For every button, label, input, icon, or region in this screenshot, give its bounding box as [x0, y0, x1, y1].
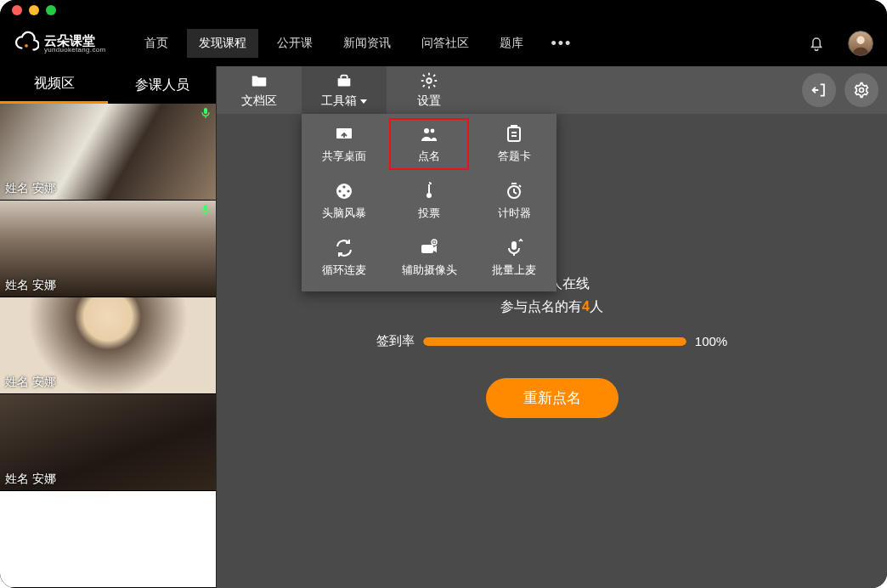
svg-rect-3	[204, 205, 207, 211]
toolbar-label: 设置	[417, 93, 441, 109]
brand-logo[interactable]: 云朵课堂 yunduoketang.com	[14, 31, 105, 56]
mic-on-icon	[199, 106, 212, 120]
video-tile[interactable]: 姓名 安娜	[0, 394, 216, 491]
tab-video-area[interactable]: 视频区	[0, 66, 108, 104]
gear-icon	[420, 71, 438, 90]
card-icon	[504, 124, 524, 144]
video-list: 姓名 安娜 姓名 安娜 姓名 安娜 姓名 安娜	[0, 104, 216, 588]
settings-button[interactable]	[845, 73, 879, 107]
exit-icon	[811, 82, 828, 99]
tool-label: 点名	[418, 149, 440, 164]
tool-label: 辅助摄像头	[402, 263, 457, 278]
checkin-rate-row: 签到率 100%	[376, 333, 727, 349]
chevron-down-icon	[360, 99, 367, 104]
share-screen-icon	[334, 124, 354, 144]
main-panel: 文档区 工具箱 设置	[217, 66, 887, 588]
timer-icon	[504, 181, 524, 201]
nav-home[interactable]: 首页	[133, 29, 180, 58]
video-tile[interactable]: 姓名 安娜	[0, 297, 216, 394]
svg-rect-9	[508, 127, 520, 141]
tool-loop-mic[interactable]: 循环连麦	[302, 229, 387, 286]
left-panel: 视频区 参课人员 姓名 安娜 姓名 安娜 姓名 安娜	[0, 66, 217, 588]
progress-percent: 100%	[695, 334, 727, 348]
svg-point-13	[347, 189, 349, 192]
main-toolbar: 文档区 工具箱 设置	[217, 66, 887, 114]
tool-brainstorm[interactable]: 头脑风暴	[302, 172, 387, 229]
mic-on-icon	[199, 203, 212, 217]
tool-label: 答题卡	[498, 149, 531, 164]
tab-toolbox[interactable]: 工具箱	[302, 66, 387, 114]
rate-label: 签到率	[376, 333, 415, 349]
tool-batch-mic[interactable]: 批量上麦	[472, 229, 556, 286]
cloud-logo-icon	[14, 31, 39, 56]
close-window-button[interactable]	[12, 5, 22, 15]
svg-point-14	[342, 194, 345, 196]
toolbox-dropdown: 共享桌面 点名 答题卡 头脑风暴	[302, 114, 556, 291]
video-name-label: 姓名 安娜	[5, 472, 56, 487]
video-name-label: 姓名 安娜	[5, 181, 56, 196]
video-tile-empty	[0, 491, 216, 588]
tool-rollcall[interactable]: 点名	[387, 116, 472, 172]
top-nav: 云朵课堂 yunduoketang.com 首页 发现课程 公开课 新闻资讯 问…	[0, 20, 887, 66]
camera-plus-icon	[419, 238, 439, 258]
gear-icon	[853, 82, 870, 99]
brand-domain: yunduoketang.com	[44, 47, 105, 54]
exit-button[interactable]	[802, 73, 836, 107]
video-tile[interactable]: 姓名 安娜	[0, 201, 216, 297]
main-body: 视频区 参课人员 姓名 安娜 姓名 安娜 姓名 安娜	[0, 66, 887, 588]
svg-point-4	[427, 78, 432, 83]
brand-name: 云朵课堂	[44, 34, 105, 47]
tool-vote[interactable]: 投票	[387, 172, 472, 229]
tool-aux-camera[interactable]: 辅助摄像头	[387, 229, 472, 286]
tool-label: 共享桌面	[322, 149, 366, 164]
progress-fill	[423, 337, 686, 346]
svg-point-11	[342, 185, 345, 188]
tool-label: 批量上麦	[492, 263, 536, 278]
notifications-icon[interactable]	[807, 34, 826, 53]
video-tile[interactable]: 姓名 安娜	[0, 104, 216, 201]
film-reel-icon	[334, 181, 354, 201]
toolbar-label: 工具箱	[321, 93, 367, 109]
tool-share-desktop[interactable]: 共享桌面	[302, 116, 387, 172]
toolbox-icon	[335, 71, 353, 90]
tab-doc-area[interactable]: 文档区	[217, 66, 302, 114]
left-tabs: 视频区 参课人员	[0, 66, 216, 104]
svg-point-8	[431, 129, 435, 133]
folder-icon	[250, 71, 268, 90]
video-name-label: 姓名 安娜	[5, 278, 56, 293]
svg-point-7	[424, 128, 429, 133]
redo-rollcall-button[interactable]: 重新点名	[486, 378, 619, 418]
svg-point-1	[856, 37, 864, 44]
svg-rect-17	[421, 245, 433, 253]
people-icon	[419, 124, 439, 144]
progress-bar	[423, 337, 686, 346]
toolbar-label: 文档区	[241, 93, 277, 109]
tool-label: 循环连麦	[322, 263, 366, 278]
nav-news[interactable]: 新闻资讯	[331, 29, 403, 58]
nav-qa-community[interactable]: 问答社区	[410, 29, 481, 58]
video-name-label: 姓名 安娜	[5, 375, 56, 390]
user-avatar[interactable]	[848, 31, 873, 56]
svg-point-5	[860, 88, 864, 93]
svg-point-15	[427, 193, 432, 198]
tab-settings[interactable]: 设置	[387, 66, 472, 114]
nav-discover-courses[interactable]: 发现课程	[187, 29, 258, 58]
svg-rect-19	[511, 241, 517, 250]
nav-open-courses[interactable]: 公开课	[265, 29, 325, 58]
tool-label: 投票	[418, 206, 440, 221]
svg-point-12	[338, 189, 341, 192]
checkin-count-line: 参与点名的有4人	[500, 298, 603, 316]
nav-question-bank[interactable]: 题库	[488, 29, 535, 58]
nav-more-button[interactable]: •••	[542, 35, 580, 53]
window-titlebar	[0, 0, 887, 20]
tool-answer-card[interactable]: 答题卡	[472, 116, 556, 172]
tool-timer[interactable]: 计时器	[472, 172, 556, 229]
loop-icon	[334, 238, 354, 258]
tool-label: 头脑风暴	[322, 206, 366, 221]
mic-up-icon	[504, 238, 524, 258]
tab-participants[interactable]: 参课人员	[108, 66, 216, 104]
minimize-window-button[interactable]	[29, 5, 39, 15]
svg-point-0	[25, 44, 28, 48]
vote-icon	[419, 181, 439, 201]
maximize-window-button[interactable]	[46, 5, 56, 15]
